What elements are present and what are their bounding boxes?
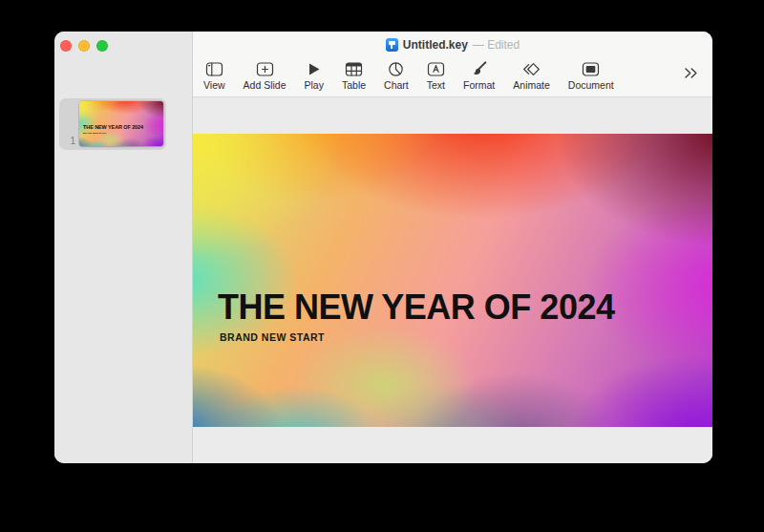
play-icon <box>305 61 323 77</box>
toolbar-label: Add Slide <box>244 79 286 91</box>
add-slide-button[interactable]: Add Slide <box>244 61 286 91</box>
text-icon <box>427 61 445 77</box>
slide-number: 1 <box>62 136 75 146</box>
slide-thumbnail[interactable]: THE NEW YEAR OF 2024 BRAND NEW START <box>79 101 163 146</box>
play-button[interactable]: Play <box>305 61 324 91</box>
thumbnail-subtitle: BRAND NEW START <box>83 132 106 135</box>
titlebar: Untitled.key — Edited <box>193 32 712 57</box>
animate-button[interactable]: Animate <box>513 61 550 91</box>
main-area: Untitled.key — Edited View <box>193 32 712 463</box>
document-button[interactable]: Document <box>568 61 614 91</box>
format-brush-icon <box>470 61 488 77</box>
toolbar-label: View <box>203 79 225 91</box>
minimize-button[interactable] <box>78 40 90 52</box>
toolbar-label: Document <box>568 79 614 91</box>
add-slide-icon <box>256 61 274 77</box>
table-icon <box>345 61 363 77</box>
toolbar-label: Animate <box>513 79 550 91</box>
view-button[interactable]: View <box>203 61 225 91</box>
text-button[interactable]: Text <box>427 61 445 91</box>
toolbar-overflow-button[interactable] <box>683 61 699 80</box>
thumbnail-title: THE NEW YEAR OF 2024 <box>83 124 143 130</box>
zoom-button[interactable] <box>96 40 108 52</box>
table-button[interactable]: Table <box>342 61 366 91</box>
slide-subtitle-textbox[interactable]: BRAND NEW START <box>220 331 325 343</box>
slide: THE NEW YEAR OF 2024 BRAND NEW START <box>193 134 712 427</box>
toolbar-label: Text <box>427 79 445 91</box>
animate-diamond-icon <box>522 61 541 77</box>
slide-canvas: THE NEW YEAR OF 2024 BRAND NEW START <box>193 97 712 463</box>
toolbar-label: Play <box>305 79 324 91</box>
document-icon <box>582 61 600 77</box>
toolbar-label: Chart <box>384 79 409 91</box>
document-edited-status: — Edited <box>473 38 520 52</box>
toolbar-label: Format <box>463 79 495 91</box>
document-title: Untitled.key <box>403 38 468 52</box>
slide-navigator-sidebar: 1 THE NEW YEAR OF 2024 BRAND NEW START <box>54 32 193 463</box>
keynote-document-icon <box>386 38 398 52</box>
close-button[interactable] <box>60 40 72 52</box>
toolbar: View Add Slide Play <box>193 57 712 97</box>
toolbar-label: Table <box>342 79 366 91</box>
chart-icon <box>387 61 405 77</box>
slide-title-textbox[interactable]: THE NEW YEAR OF 2024 <box>218 290 614 325</box>
double-chevron-right-icon <box>683 66 699 80</box>
chart-button[interactable]: Chart <box>384 61 409 91</box>
view-icon <box>205 61 223 77</box>
format-button[interactable]: Format <box>463 61 495 91</box>
window-controls <box>60 40 108 52</box>
keynote-window: 1 THE NEW YEAR OF 2024 BRAND NEW START U… <box>54 32 712 463</box>
